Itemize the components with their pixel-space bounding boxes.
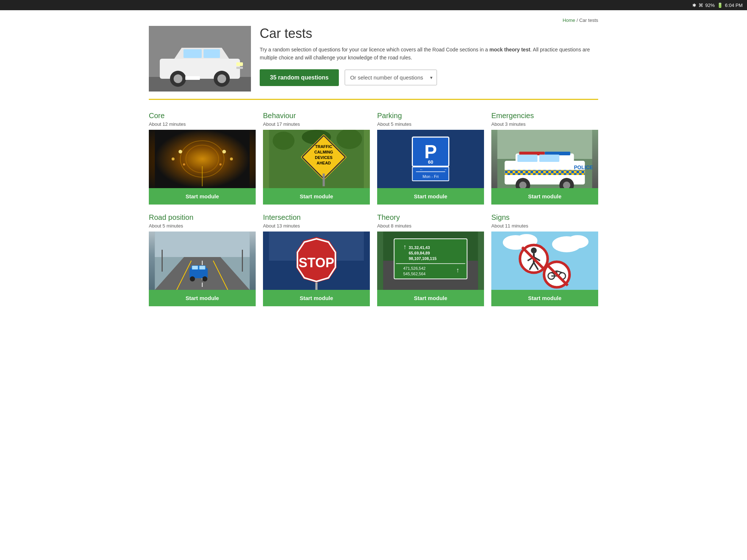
svg-text:Mon - Fri: Mon - Fri: [423, 174, 439, 179]
svg-point-26: [273, 132, 295, 150]
svg-text:CALMING: CALMING: [314, 150, 333, 154]
svg-rect-65: [155, 232, 250, 257]
svg-point-75: [202, 276, 208, 281]
start-module-button-parking[interactable]: Start module: [377, 188, 484, 205]
module-card-emergencies: Emergencies About 3 minutes: [491, 112, 598, 205]
module-image-road-position: [149, 232, 256, 290]
svg-point-23: [183, 163, 185, 166]
svg-rect-83: [316, 283, 318, 290]
module-card-road-position: Road position About 5 minutes: [149, 213, 256, 306]
bluetooth-icon: ✱: [692, 3, 696, 8]
svg-rect-12: [236, 62, 243, 66]
module-time-emergencies: About 3 minutes: [491, 121, 598, 127]
stop-sign-image: STOP: [263, 232, 370, 290]
breadcrumb-separator: /: [577, 18, 578, 23]
svg-rect-7: [204, 49, 220, 58]
module-title-emergencies[interactable]: Emergencies: [491, 112, 598, 120]
module-title-intersection[interactable]: Intersection: [263, 213, 370, 222]
svg-text:POLICE: POLICE: [574, 164, 593, 170]
module-image-emergencies: POLICE: [491, 130, 598, 188]
module-image-theory: ↑ 31,32,41,43 65,69,84,89 98,107,108,115…: [377, 232, 484, 290]
module-time-behaviour: About 17 minutes: [263, 121, 370, 127]
header-actions: 35 random questions Or select number of …: [260, 69, 598, 86]
start-module-button-core[interactable]: Start module: [149, 188, 256, 205]
svg-text:471,526,542: 471,526,542: [403, 266, 426, 271]
svg-rect-14: [185, 76, 200, 80]
svg-point-99: [567, 235, 589, 248]
question-count-wrapper[interactable]: Or select number of questions5 questions…: [345, 70, 437, 85]
breadcrumb-current: Car tests: [579, 18, 598, 23]
battery-level: 92%: [705, 3, 715, 8]
breadcrumb-home-link[interactable]: Home: [562, 18, 575, 23]
svg-text:31,32,41,43: 31,32,41,43: [409, 245, 430, 250]
tunnel-image: [149, 130, 256, 188]
module-title-theory[interactable]: Theory: [377, 213, 484, 222]
module-image-parking: P 60 ← → Mon - Fri: [377, 130, 484, 188]
start-module-button-emergencies[interactable]: Start module: [491, 188, 598, 205]
start-module-button-road-position[interactable]: Start module: [149, 290, 256, 306]
start-module-button-intersection[interactable]: Start module: [263, 290, 370, 306]
parking-image: P 60 ← → Mon - Fri: [377, 130, 484, 188]
svg-text:AHEAD: AHEAD: [317, 161, 331, 165]
module-title-road-position[interactable]: Road position: [149, 213, 256, 222]
status-bar: ✱ ⌘ 92% 🔋 6:04 PM: [0, 0, 747, 10]
svg-rect-13: [236, 67, 243, 69]
module-image-behaviour: TRAFFIC CALMING DEVICES AHEAD: [263, 130, 370, 188]
module-card-parking: Parking About 5 minutes P 60 ← → Mon - F…: [377, 112, 484, 205]
start-module-button-behaviour[interactable]: Start module: [263, 188, 370, 205]
module-title-core[interactable]: Core: [149, 112, 256, 120]
module-title-parking[interactable]: Parking: [377, 112, 484, 120]
module-time-signs: About 11 minutes: [491, 223, 598, 229]
signs-image: [491, 232, 598, 290]
svg-text:60: 60: [428, 159, 433, 165]
svg-point-74: [190, 276, 195, 281]
breadcrumb: Home / Car tests: [149, 18, 598, 23]
module-image-core: [149, 130, 256, 188]
car-svg: [149, 26, 251, 92]
module-card-intersection: Intersection About 13 minutes STOP Start…: [263, 213, 370, 306]
module-image-signs: [491, 232, 598, 290]
modules-grid: Core About 12 minutes: [149, 112, 598, 306]
svg-text:STOP: STOP: [299, 255, 334, 270]
traffic-sign-image: TRAFFIC CALMING DEVICES AHEAD: [263, 130, 370, 188]
theory-image: ↑ 31,32,41,43 65,69,84,89 98,107,108,115…: [377, 232, 484, 290]
svg-text:←: ←: [420, 167, 423, 171]
header-text: Car tests Try a random selection of ques…: [260, 26, 598, 86]
svg-text:↑: ↑: [456, 267, 460, 274]
svg-rect-58: [518, 155, 538, 162]
svg-rect-59: [539, 155, 560, 162]
svg-point-21: [172, 158, 175, 160]
question-count-select[interactable]: Or select number of questions5 questions…: [345, 70, 437, 85]
module-time-core: About 12 minutes: [149, 121, 256, 127]
svg-rect-56: [505, 170, 585, 175]
svg-point-101: [531, 248, 537, 253]
svg-rect-72: [192, 266, 198, 269]
svg-text:545,562,564: 545,562,564: [403, 272, 426, 276]
module-image-intersection: STOP: [263, 232, 370, 290]
header-area: Car tests Try a random selection of ques…: [149, 26, 598, 100]
svg-rect-6: [183, 49, 202, 58]
module-card-signs: Signs About 11 minutes: [491, 213, 598, 306]
module-title-behaviour[interactable]: Behaviour: [263, 112, 370, 120]
module-title-signs[interactable]: Signs: [491, 213, 598, 222]
module-time-theory: About 8 minutes: [377, 223, 484, 229]
random-questions-button[interactable]: 35 random questions: [260, 69, 339, 86]
svg-point-22: [230, 158, 233, 160]
svg-text:98,107,108,115: 98,107,108,115: [409, 256, 437, 261]
status-icons: ✱ ⌘ 92% 🔋 6:04 PM: [692, 3, 743, 8]
svg-point-11: [217, 74, 226, 83]
module-time-parking: About 5 minutes: [377, 121, 484, 127]
svg-text:↑: ↑: [403, 243, 407, 250]
svg-text:TRAFFIC: TRAFFIC: [315, 144, 332, 149]
svg-text:65,69,84,89: 65,69,84,89: [409, 251, 430, 255]
start-module-button-signs[interactable]: Start module: [491, 290, 598, 306]
desc-bold: mock theory test: [489, 47, 530, 52]
header-description: Try a random selection of questions for …: [260, 46, 598, 62]
start-module-button-theory[interactable]: Start module: [377, 290, 484, 306]
module-time-road-position: About 5 minutes: [149, 223, 256, 229]
wifi-icon: ⌘: [698, 3, 703, 8]
module-card-theory: Theory About 8 minutes ↑ 31,32,41,43 65,…: [377, 213, 484, 306]
svg-point-19: [179, 150, 182, 153]
time-display: 6:04 PM: [725, 3, 743, 8]
desc-part1: Try a random selection of questions for …: [260, 47, 489, 52]
